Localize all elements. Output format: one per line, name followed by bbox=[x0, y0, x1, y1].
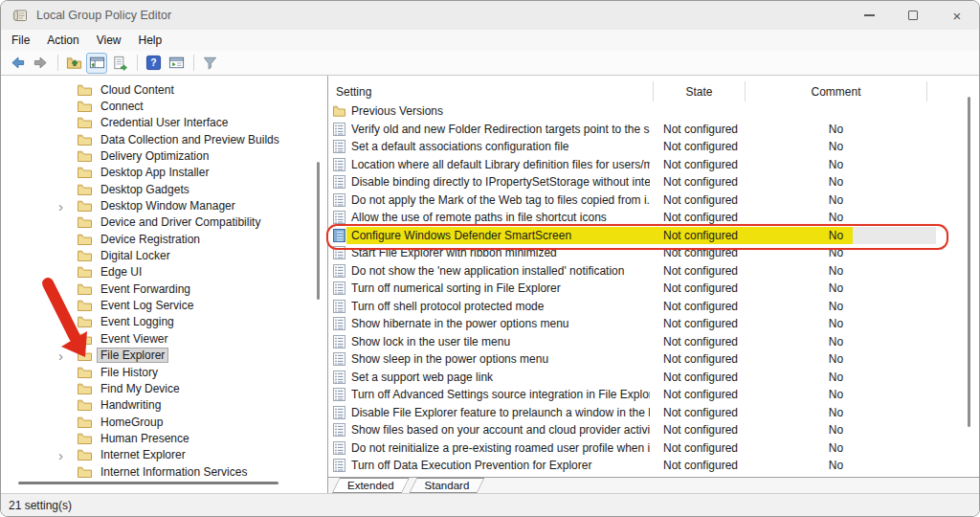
setting-row[interactable]: Set a default associations configuration… bbox=[328, 138, 979, 156]
setting-row[interactable]: Show lock in the user tile menu Not conf… bbox=[328, 333, 979, 351]
menu-view[interactable]: View bbox=[88, 32, 130, 49]
setting-name: Turn off numerical sorting in File Explo… bbox=[351, 280, 650, 298]
tree-item[interactable]: › Event Log Service bbox=[1, 297, 316, 313]
policy-setting-icon bbox=[333, 264, 345, 278]
policy-setting-icon bbox=[333, 388, 345, 401]
tree-item[interactable]: › Edge UI bbox=[1, 264, 316, 281]
folder-icon bbox=[78, 184, 92, 195]
tree-item[interactable]: › Cloud Content bbox=[1, 81, 316, 98]
view-tab[interactable]: Extended bbox=[332, 478, 410, 493]
tree-item[interactable]: › Internet Information Services bbox=[1, 463, 316, 480]
show-console-tree-icon[interactable] bbox=[86, 53, 107, 74]
policy-setting-icon bbox=[333, 371, 345, 384]
close-button[interactable]: × bbox=[935, 1, 979, 30]
setting-row[interactable]: Disable File Explorer feature to prelaun… bbox=[328, 404, 979, 422]
setting-row[interactable]: Start File Explorer with ribbon minimize… bbox=[328, 244, 979, 262]
policy-setting-icon bbox=[333, 335, 345, 348]
chevron-right-icon[interactable]: › bbox=[58, 299, 78, 313]
setting-name: Configure Windows Defender SmartScreen bbox=[351, 227, 650, 245]
show-properties-icon[interactable] bbox=[166, 53, 187, 74]
setting-row[interactable]: Turn off Data Execution Prevention for E… bbox=[328, 457, 979, 475]
setting-row[interactable]: Configure Windows Defender SmartScreen N… bbox=[328, 227, 979, 245]
setting-row[interactable]: Do not reinitialize a pre-existing roame… bbox=[328, 439, 979, 458]
setting-row[interactable]: Location where all default Library defin… bbox=[328, 156, 979, 174]
view-tab[interactable]: Standard bbox=[410, 478, 485, 493]
setting-state bbox=[663, 102, 745, 121]
setting-row[interactable]: Turn off Advanced Settings source integr… bbox=[328, 386, 979, 404]
setting-row[interactable]: Allow the use of remote paths in file sh… bbox=[328, 209, 979, 227]
tree-item[interactable]: › Desktop Window Manager bbox=[1, 197, 316, 214]
policy-setting-icon bbox=[333, 406, 345, 419]
tree-item[interactable]: › Connect bbox=[1, 98, 316, 114]
tree-item[interactable]: › Device and Driver Compatibility bbox=[1, 214, 316, 231]
tree-item[interactable]: › Internet Explorer bbox=[1, 447, 316, 463]
setting-row[interactable]: Turn off numerical sorting in File Explo… bbox=[328, 280, 979, 298]
tree-item[interactable]: › Event Logging bbox=[1, 314, 316, 330]
help-icon[interactable]: ? bbox=[143, 53, 164, 74]
menu-file[interactable]: File bbox=[3, 32, 38, 49]
setting-row[interactable]: Show hibernate in the power options menu… bbox=[328, 315, 979, 333]
setting-row[interactable]: Verify old and new Folder Redirection ta… bbox=[328, 121, 979, 139]
tree-vertical-scrollbar[interactable] bbox=[317, 162, 320, 300]
tree-item[interactable]: › Data Collection and Preview Builds bbox=[1, 131, 316, 147]
toolbar-separator bbox=[57, 55, 58, 71]
chevron-right-icon[interactable]: › bbox=[58, 199, 78, 214]
setting-row[interactable]: Show files based on your account and clo… bbox=[328, 421, 979, 439]
setting-comment: No bbox=[745, 280, 927, 298]
menu-help[interactable]: Help bbox=[130, 32, 171, 49]
menu-action[interactable]: Action bbox=[38, 32, 87, 49]
setting-row[interactable]: Do not apply the Mark of the Web tag to … bbox=[328, 191, 979, 210]
tree-item[interactable]: › Device Registration bbox=[1, 231, 316, 247]
tree-item[interactable]: › Digital Locker bbox=[1, 247, 316, 263]
tree-item[interactable]: › Human Presence bbox=[1, 430, 316, 446]
setting-state: Not configured bbox=[663, 156, 745, 174]
status-text: 21 setting(s) bbox=[9, 499, 72, 512]
setting-row[interactable]: Turn off shell protocol protected mode N… bbox=[328, 298, 979, 316]
tree-item-label: Cloud Content bbox=[98, 83, 177, 97]
tree-item[interactable]: › Event Viewer bbox=[1, 330, 316, 347]
tab-label: Standard bbox=[425, 480, 470, 491]
up-one-level-icon[interactable] bbox=[63, 53, 84, 74]
tree-item[interactable]: › File Explorer bbox=[1, 348, 316, 364]
back-arrow-icon[interactable] bbox=[7, 53, 28, 74]
setting-row[interactable]: Disable binding directly to IPropertySet… bbox=[328, 173, 979, 191]
tree-item[interactable]: › Delivery Optimization bbox=[1, 147, 316, 164]
tree-item[interactable]: › HomeGroup bbox=[1, 414, 316, 430]
maximize-button[interactable] bbox=[891, 1, 935, 30]
setting-name: Disable File Explorer feature to prelaun… bbox=[351, 404, 650, 422]
tree-item[interactable]: › Credential User Interface bbox=[1, 115, 316, 131]
column-header-state[interactable]: State bbox=[653, 81, 745, 101]
folder-icon bbox=[78, 367, 92, 378]
tree-item[interactable]: › File History bbox=[1, 364, 316, 380]
chevron-right-icon[interactable]: › bbox=[58, 348, 78, 363]
tab-label: Extended bbox=[347, 480, 394, 491]
policy-setting-icon bbox=[333, 158, 345, 171]
chevron-right-icon[interactable]: › bbox=[58, 448, 78, 462]
setting-name: Location where all default Library defin… bbox=[351, 156, 650, 174]
setting-name: Turn off Data Execution Prevention for E… bbox=[351, 457, 650, 475]
tree-item[interactable]: › Event Forwarding bbox=[1, 281, 316, 297]
minimize-button[interactable] bbox=[847, 1, 891, 30]
tree-item[interactable]: › Desktop Gadgets bbox=[1, 181, 316, 197]
policy-setting-icon bbox=[333, 352, 345, 366]
setting-row[interactable]: Set a support web page link Not configur… bbox=[328, 369, 979, 387]
setting-comment: No bbox=[745, 298, 927, 316]
setting-row[interactable]: Do not show the 'new application install… bbox=[328, 262, 979, 281]
setting-name: Show sleep in the power options menu bbox=[351, 350, 650, 369]
column-header-comment[interactable]: Comment bbox=[745, 81, 927, 101]
gpedit-scroll-icon bbox=[12, 8, 28, 23]
tree-horizontal-scrollbar[interactable] bbox=[18, 482, 278, 484]
tree-item[interactable]: › Desktop App Installer bbox=[1, 165, 316, 181]
forward-arrow-icon[interactable] bbox=[30, 53, 51, 74]
setting-row[interactable]: Previous Versions bbox=[328, 102, 979, 121]
folder-icon bbox=[78, 416, 92, 428]
list-vertical-scrollbar[interactable] bbox=[968, 97, 970, 427]
column-header-setting[interactable]: Setting bbox=[336, 81, 647, 101]
policy-setting-icon bbox=[333, 211, 345, 224]
tree-item-label: Digital Locker bbox=[98, 249, 173, 262]
setting-row[interactable]: Show sleep in the power options menu Not… bbox=[328, 350, 979, 369]
export-list-icon[interactable] bbox=[109, 53, 130, 74]
tree-item[interactable]: › Find My Device bbox=[1, 380, 316, 396]
filter-funnel-icon[interactable] bbox=[199, 53, 220, 74]
tree-item[interactable]: › Handwriting bbox=[1, 397, 316, 414]
